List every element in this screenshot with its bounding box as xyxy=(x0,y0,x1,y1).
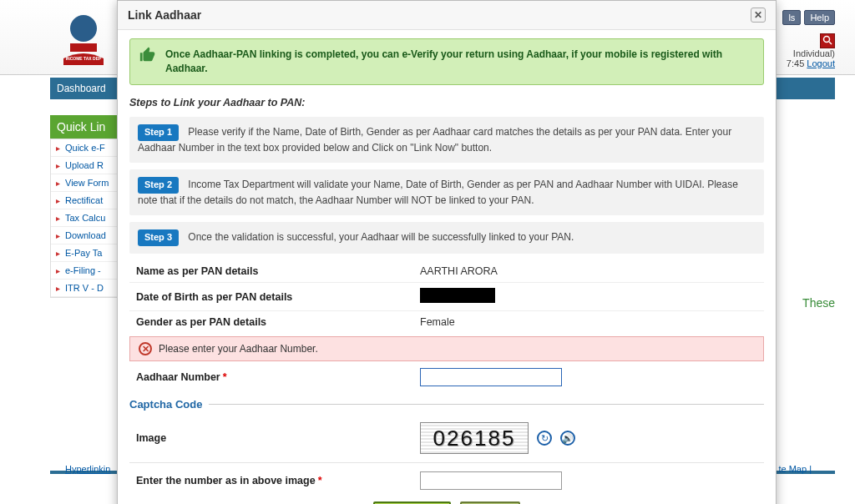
step-2-chip: Step 2 xyxy=(138,177,179,194)
aadhaar-number-input[interactable] xyxy=(420,368,562,386)
error-icon: ✕ xyxy=(139,342,152,355)
captcha-legend: Captcha Code xyxy=(129,398,202,411)
pan-dob-redacted xyxy=(420,288,495,303)
modal-header: Link Aadhaar ✕ xyxy=(118,1,776,30)
step-2-text: Income Tax Department will validate your… xyxy=(138,179,738,206)
error-banner: ✕ Please enter your Aadhaar Number. xyxy=(129,336,764,361)
close-icon[interactable]: ✕ xyxy=(751,8,766,23)
logout-link[interactable]: Logout xyxy=(807,58,835,68)
help-button[interactable]: Help xyxy=(804,10,835,25)
step-1-chip: Step 1 xyxy=(138,124,179,141)
captcha-input[interactable] xyxy=(420,471,562,490)
step-3: Step 3 Once the validation is successful… xyxy=(129,222,764,254)
nav-dashboard[interactable]: Dashboard xyxy=(57,83,106,94)
audio-icon[interactable]: 🔊 xyxy=(560,431,575,446)
step-1: Step 1 Please verify if the Name, Date o… xyxy=(129,117,764,163)
captcha-image-label: Image xyxy=(136,432,420,444)
error-text: Please enter your Aadhaar Number. xyxy=(159,343,318,355)
svg-rect-1 xyxy=(70,43,97,52)
svg-point-0 xyxy=(70,15,97,42)
svg-point-3 xyxy=(824,37,830,43)
captcha-input-label: Enter the number as in above image* xyxy=(136,475,420,486)
step-2: Step 2 Income Tax Department will valida… xyxy=(129,169,764,215)
modal-title-text: Link Aadhaar xyxy=(128,8,201,22)
step-3-text: Once the validation is successful, your … xyxy=(188,231,574,243)
right-panel-text: These xyxy=(802,296,835,310)
steps-heading: Steps to Link your Aadhaar to PAN: xyxy=(129,97,764,108)
step-3-chip: Step 3 xyxy=(138,229,179,246)
pan-name-value: AARTHI ARORA xyxy=(420,265,498,277)
thumbs-up-icon xyxy=(139,46,157,64)
aadhaar-number-label: Aadhaar Number* xyxy=(136,371,420,383)
link-aadhaar-modal: Link Aadhaar ✕ Once Aadhaar-PAN linking … xyxy=(117,0,777,504)
search-icon[interactable] xyxy=(820,33,835,48)
captcha-image: 026185 xyxy=(420,422,529,454)
pan-name-label: Name as per PAN details xyxy=(136,265,420,277)
info-banner: Once Aadhaar-PAN linking is completed, y… xyxy=(129,38,764,85)
footer-hyperlinking[interactable]: Hyperlinkin xyxy=(65,464,110,474)
pan-gender-label: Gender as per PAN details xyxy=(136,316,420,328)
header-tool-button[interactable]: ls xyxy=(782,10,801,25)
step-1-text: Please verify if the Name, Date of Birth… xyxy=(138,126,731,154)
pan-gender-value: Female xyxy=(420,316,455,328)
footer-sitemap[interactable]: te Map | xyxy=(778,464,812,474)
refresh-icon[interactable]: ↻ xyxy=(537,431,552,446)
info-banner-text: Once Aadhaar-PAN linking is completed, y… xyxy=(165,48,722,74)
svg-text:INCOME TAX DEP: INCOME TAX DEP xyxy=(66,56,102,61)
svg-line-4 xyxy=(829,42,832,44)
pan-dob-label: Date of Birth as per PAN details xyxy=(136,291,420,303)
gov-emblem-icon: INCOME TAX DEP xyxy=(60,10,107,65)
user-info: Individual) 7:45 Logout xyxy=(787,48,835,68)
